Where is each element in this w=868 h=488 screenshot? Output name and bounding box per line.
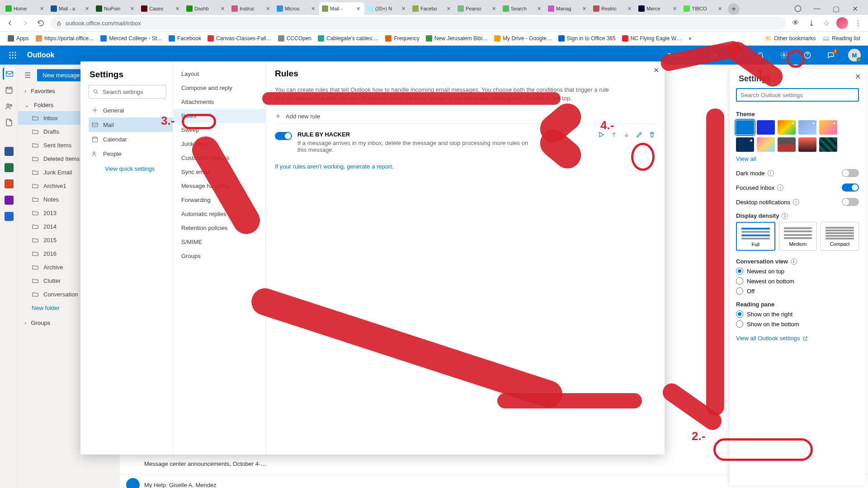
mail-setting-sync-email[interactable]: Sync email: [173, 165, 265, 179]
close-icon[interactable]: ✕: [356, 6, 362, 11]
mail-setting-customize-actions[interactable]: Customize actions: [173, 151, 265, 165]
bookmark-item[interactable]: New Jerusalem Bibl…: [423, 34, 491, 43]
close-icon[interactable]: ✕: [582, 6, 588, 11]
bookmark-item[interactable]: NC Flying Eagle W…: [619, 34, 685, 43]
settings-category-calendar[interactable]: Calendar: [89, 132, 173, 146]
close-icon[interactable]: ✕: [627, 6, 633, 11]
eye-icon[interactable]: 👁: [790, 18, 801, 28]
browser-tab[interactable]: Pearso✕: [455, 2, 500, 15]
bookmark-item[interactable]: https://portal.office…: [33, 34, 97, 43]
mail-setting-message-handling[interactable]: Message handling: [173, 179, 265, 193]
browser-tab[interactable]: Mail -✕: [319, 2, 364, 15]
mail-setting-groups[interactable]: Groups: [173, 249, 265, 263]
rail-excel-icon[interactable]: [3, 161, 15, 174]
close-icon[interactable]: ✕: [311, 6, 316, 11]
desktop-notifications-toggle[interactable]: [842, 198, 859, 206]
help-icon[interactable]: [799, 47, 816, 63]
density-full[interactable]: Full: [736, 222, 775, 251]
nav-hamburger-icon[interactable]: ☰: [23, 70, 33, 80]
rail-word-icon[interactable]: [3, 145, 15, 158]
mail-setting-automatic-replies[interactable]: Automatic replies: [173, 207, 265, 221]
user-avatar[interactable]: M: [846, 47, 863, 63]
diamond-icon[interactable]: [729, 47, 745, 63]
conv-newest-top-radio[interactable]: Newest on top: [736, 267, 859, 275]
delete-rule-icon[interactable]: [648, 131, 656, 138]
omnibox[interactable]: outlook.office.com/mail/inbox: [51, 17, 786, 29]
theme-swatch[interactable]: ✦: [819, 120, 837, 135]
close-icon[interactable]: ✕: [40, 6, 45, 11]
mail-setting-retention-policies[interactable]: Retention policies: [173, 221, 265, 235]
move-up-icon[interactable]: [610, 131, 618, 138]
browser-tab[interactable]: Restric✕: [590, 2, 636, 15]
browser-tab[interactable]: Dashb✕: [184, 2, 229, 15]
rail-mail-icon[interactable]: [3, 67, 15, 80]
close-icon[interactable]: ✕: [85, 6, 90, 11]
browser-tab[interactable]: Mail - a✕: [48, 2, 93, 15]
bookmark-item[interactable]: CCCOpen: [275, 34, 315, 43]
new-message-button[interactable]: New message: [37, 69, 85, 81]
close-icon[interactable]: ✕: [492, 6, 497, 11]
info-icon[interactable]: i: [793, 199, 799, 205]
settings-category-mail[interactable]: Mail: [89, 117, 173, 132]
info-icon[interactable]: i: [782, 213, 788, 219]
new-tab-button[interactable]: +: [728, 3, 740, 15]
dark-mode-toggle[interactable]: [842, 169, 859, 177]
mail-setting-compose-and-reply[interactable]: Compose and reply: [173, 81, 265, 95]
settings-search-input[interactable]: [736, 88, 859, 102]
bookmark-item[interactable]: Frequency: [382, 34, 423, 43]
forward-button[interactable]: [20, 18, 31, 28]
rail-powerpoint-icon[interactable]: [3, 178, 15, 190]
add-new-rule-button[interactable]: Add new rule: [275, 109, 656, 124]
close-icon[interactable]: ✕: [221, 6, 226, 11]
bookmark-item[interactable]: Merced College - St…: [97, 34, 165, 43]
theme-swatch[interactable]: ✦: [798, 120, 816, 135]
rule-toggle[interactable]: [275, 132, 292, 140]
bookmark-item[interactable]: Cablegate's cables:…: [315, 34, 382, 43]
view-all-outlook-settings-link[interactable]: View all Outlook settings: [736, 335, 808, 342]
quick-settings-close-icon[interactable]: ✕: [855, 72, 861, 81]
close-icon[interactable]: ✕: [537, 6, 542, 11]
browser-tab[interactable]: Search✕: [500, 2, 545, 15]
theme-swatch[interactable]: [757, 120, 775, 135]
rail-calendar-icon[interactable]: [3, 84, 15, 96]
mail-setting-forwarding[interactable]: Forwarding: [173, 193, 265, 207]
browser-tab[interactable]: Cases✕: [138, 2, 184, 15]
view-quick-settings-link[interactable]: View quick settings: [89, 165, 173, 172]
move-down-icon[interactable]: [623, 131, 630, 138]
mail-setting-sweep[interactable]: Sweep: [173, 123, 265, 137]
theme-swatch[interactable]: [757, 137, 775, 152]
browser-tab[interactable]: (20+) N✕: [364, 2, 410, 15]
bookmark-item[interactable]: Canvas-Classes-Fall…: [204, 34, 275, 43]
browser-tab[interactable]: Manag✕: [545, 2, 590, 15]
window-maximize[interactable]: ▢: [829, 2, 843, 15]
window-minimize[interactable]: —: [810, 2, 824, 15]
mail-setting-layout[interactable]: Layout: [173, 67, 265, 81]
browser-tab[interactable]: TIBCO✕: [681, 2, 726, 15]
mail-setting-rules[interactable]: Rules: [173, 109, 265, 123]
gear-icon[interactable]: [776, 47, 792, 63]
close-icon[interactable]: ✕: [447, 6, 452, 11]
close-icon[interactable]: ✕: [130, 6, 136, 11]
profile-avatar[interactable]: [836, 17, 848, 29]
focused-inbox-toggle[interactable]: [842, 183, 859, 192]
bookmark-item[interactable]: Facebook: [165, 34, 204, 43]
apps-shortcut[interactable]: Apps: [5, 34, 32, 43]
generate-report-link[interactable]: If your rules aren't working, generate a…: [275, 163, 394, 170]
browser-tab[interactable]: Facebo✕: [410, 2, 455, 15]
theme-view-all-link[interactable]: View all: [736, 155, 756, 162]
bookmark-item[interactable]: Sign in to Office 365: [555, 34, 619, 43]
browser-tab[interactable]: Merce✕: [636, 2, 681, 15]
conv-newest-bottom-radio[interactable]: Newest on bottom: [736, 277, 859, 285]
mail-setting-s-mime[interactable]: S/MIME: [173, 235, 265, 249]
other-bookmarks[interactable]: 📁 Other bookmarks: [762, 34, 819, 43]
settings-category-general[interactable]: General: [89, 103, 173, 117]
theme-swatch[interactable]: [736, 120, 754, 135]
theme-swatch[interactable]: ✦: [736, 137, 754, 152]
theme-swatch[interactable]: [778, 137, 796, 152]
reload-button[interactable]: [35, 18, 46, 28]
mail-setting-attachments[interactable]: Attachments: [173, 95, 265, 109]
bookmarks-overflow[interactable]: »: [686, 35, 694, 42]
install-icon[interactable]: ⤓: [806, 18, 816, 28]
browser-tab[interactable]: Micros✕: [274, 2, 319, 15]
close-icon[interactable]: ✕: [718, 6, 723, 11]
